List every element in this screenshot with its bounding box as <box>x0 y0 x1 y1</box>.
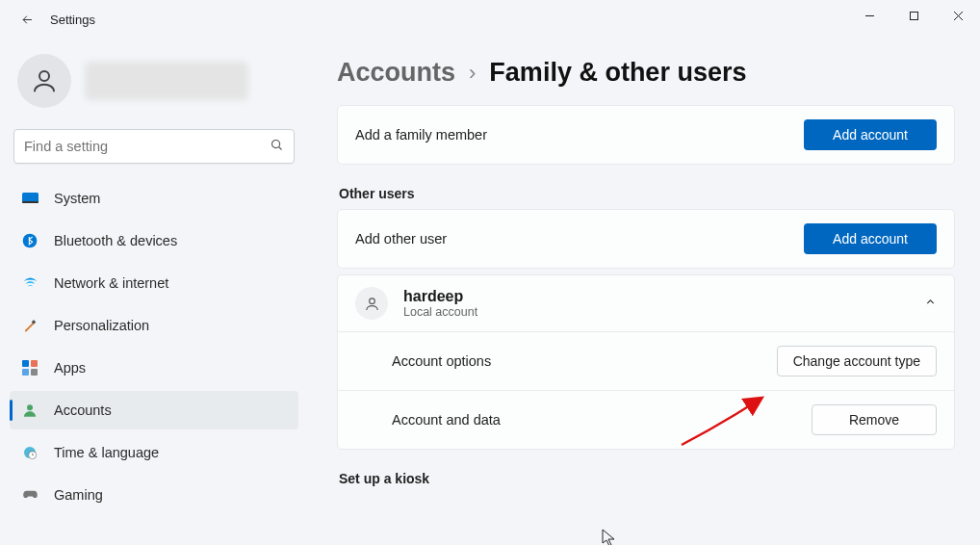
search-icon <box>270 138 284 156</box>
add-other-account-button[interactable]: Add account <box>804 223 937 254</box>
monitor-icon <box>21 190 39 207</box>
svg-point-4 <box>39 71 49 81</box>
sidebar-item-apps[interactable]: Apps <box>10 349 298 387</box>
change-account-type-button[interactable]: Change account type <box>777 346 937 376</box>
titlebar: Settings <box>0 0 980 39</box>
svg-rect-11 <box>22 360 29 367</box>
svg-point-18 <box>369 298 374 303</box>
page-title: Family & other users <box>489 58 746 88</box>
window-controls <box>847 0 980 31</box>
other-users-section-label: Other users <box>339 186 955 201</box>
maximize-button[interactable] <box>891 0 936 31</box>
sidebar-item-label: Apps <box>54 360 86 376</box>
sidebar-nav: System Bluetooth & devices Network & int… <box>10 179 298 514</box>
svg-rect-12 <box>31 360 38 367</box>
current-user-block[interactable] <box>10 48 298 125</box>
sidebar-item-label: Accounts <box>54 402 112 418</box>
sidebar-item-accounts[interactable]: Accounts <box>10 391 298 429</box>
add-family-label: Add a family member <box>355 127 487 143</box>
add-family-account-button[interactable]: Add account <box>804 119 937 150</box>
sidebar-item-label: Network & internet <box>54 275 168 291</box>
sidebar-item-personalization[interactable]: Personalization <box>10 306 298 345</box>
other-user-name: hardeep <box>403 288 477 305</box>
wifi-icon <box>21 274 39 292</box>
svg-rect-14 <box>31 369 38 376</box>
sidebar-item-label: Gaming <box>54 487 103 503</box>
breadcrumb: Accounts › Family & other users <box>337 58 955 88</box>
other-user-header[interactable]: hardeep Local account <box>338 275 954 332</box>
apps-icon <box>21 359 39 376</box>
sidebar-item-label: Personalization <box>54 318 149 333</box>
account-data-label: Account and data <box>392 412 501 428</box>
gamepad-icon <box>21 486 39 504</box>
window-title: Settings <box>50 13 95 27</box>
chevron-up-icon <box>924 296 937 311</box>
main-content: Accounts › Family & other users Add a fa… <box>308 39 980 545</box>
add-other-user-card: Add other user Add account <box>337 209 955 269</box>
svg-point-9 <box>23 234 38 248</box>
svg-rect-13 <box>22 369 29 376</box>
add-other-user-label: Add other user <box>355 231 447 247</box>
sidebar-item-time-language[interactable]: Time & language <box>10 433 298 472</box>
sidebar-item-network[interactable]: Network & internet <box>10 264 298 302</box>
back-button[interactable] <box>10 13 44 27</box>
svg-point-5 <box>272 140 280 147</box>
bluetooth-icon <box>21 232 39 249</box>
user-name-redacted <box>85 62 248 100</box>
kiosk-section-label: Set up a kiosk <box>339 471 955 486</box>
chevron-right-icon: › <box>469 61 476 86</box>
sidebar-item-label: Time & language <box>54 445 159 460</box>
sidebar-item-label: Bluetooth & devices <box>54 233 177 248</box>
svg-line-6 <box>279 146 282 149</box>
sidebar-item-label: System <box>54 191 100 206</box>
sidebar: System Bluetooth & devices Network & int… <box>0 39 308 545</box>
remove-account-button[interactable]: Remove <box>812 404 937 435</box>
person-icon <box>21 402 39 419</box>
account-options-label: Account options <box>392 353 491 369</box>
svg-rect-1 <box>910 12 917 19</box>
globe-clock-icon <box>21 444 39 461</box>
family-card: Add a family member Add account <box>337 105 955 165</box>
svg-point-15 <box>27 404 33 410</box>
minimize-button[interactable] <box>847 0 891 31</box>
breadcrumb-root[interactable]: Accounts <box>337 58 455 88</box>
person-icon <box>355 287 388 320</box>
other-user-card: hardeep Local account Account options Ch… <box>337 274 955 450</box>
user-avatar-icon <box>17 54 71 108</box>
sidebar-item-bluetooth[interactable]: Bluetooth & devices <box>10 221 298 260</box>
search-box[interactable] <box>13 129 295 164</box>
sidebar-item-system[interactable]: System <box>10 179 298 218</box>
other-user-type: Local account <box>403 305 477 319</box>
paintbrush-icon <box>21 317 39 334</box>
sidebar-item-gaming[interactable]: Gaming <box>10 476 298 514</box>
close-button[interactable] <box>936 0 980 31</box>
svg-rect-8 <box>22 201 39 203</box>
search-input[interactable] <box>24 139 270 154</box>
